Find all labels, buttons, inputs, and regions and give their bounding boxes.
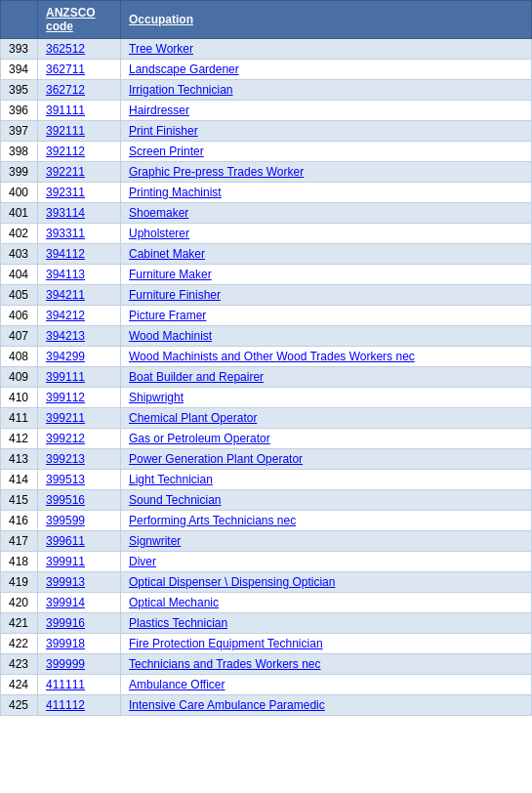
row-code[interactable]: 393311: [38, 224, 121, 244]
row-occupation[interactable]: Gas or Petroleum Operator: [121, 429, 532, 449]
row-code[interactable]: 362512: [38, 39, 121, 60]
row-occupation[interactable]: Graphic Pre-press Trades Worker: [121, 162, 532, 183]
row-code[interactable]: 399211: [38, 408, 121, 429]
row-occupation[interactable]: Ambulance Officer: [121, 675, 532, 695]
row-occupation[interactable]: Wood Machinists and Other Wood Trades Wo…: [121, 347, 532, 367]
row-occupation[interactable]: Diver: [121, 552, 532, 572]
row-occupation[interactable]: Power Generation Plant Operator: [121, 449, 532, 470]
table-row: 398392112Screen Printer: [1, 142, 532, 162]
row-code[interactable]: 394112: [38, 244, 121, 265]
row-code[interactable]: 399611: [38, 531, 121, 552]
table-header-row: ANZSCO code Occupation: [1, 1, 532, 39]
row-occupation[interactable]: Furniture Finisher: [121, 285, 532, 306]
row-occupation[interactable]: Performing Arts Technicians nec: [121, 511, 532, 531]
row-occupation[interactable]: Light Technician: [121, 470, 532, 490]
row-number: 404: [1, 265, 38, 285]
row-number: 411: [1, 408, 38, 429]
row-occupation[interactable]: Intensive Care Ambulance Paramedic: [121, 695, 532, 716]
row-code[interactable]: 392211: [38, 162, 121, 183]
table-row: 394362711Landscape Gardener: [1, 60, 532, 80]
row-code[interactable]: 394213: [38, 326, 121, 347]
row-occupation[interactable]: Print Finisher: [121, 121, 532, 142]
row-occupation[interactable]: Shipwright: [121, 388, 532, 408]
row-number: 394: [1, 60, 38, 80]
row-occupation[interactable]: Fire Protection Equipment Technician: [121, 634, 532, 654]
row-occupation[interactable]: Hairdresser: [121, 101, 532, 121]
table-row: 418399911Diver: [1, 552, 532, 572]
row-code[interactable]: 411111: [38, 675, 121, 695]
row-number: 413: [1, 449, 38, 470]
row-code[interactable]: 399911: [38, 552, 121, 572]
row-number: 424: [1, 675, 38, 695]
row-occupation[interactable]: Picture Framer: [121, 306, 532, 326]
row-code[interactable]: 399212: [38, 429, 121, 449]
row-number: 412: [1, 429, 38, 449]
row-number: 410: [1, 388, 38, 408]
table-row: 411399211Chemical Plant Operator: [1, 408, 532, 429]
row-number: 419: [1, 572, 38, 593]
row-occupation[interactable]: Boat Builder and Repairer: [121, 367, 532, 388]
row-occupation[interactable]: Shoemaker: [121, 203, 532, 224]
row-code[interactable]: 393114: [38, 203, 121, 224]
row-code[interactable]: 399112: [38, 388, 121, 408]
table-row: 409399111Boat Builder and Repairer: [1, 367, 532, 388]
row-number: 420: [1, 593, 38, 613]
header-code[interactable]: ANZSCO code: [38, 1, 121, 39]
row-code[interactable]: 362711: [38, 60, 121, 80]
row-occupation[interactable]: Printing Machinist: [121, 183, 532, 203]
row-code[interactable]: 399913: [38, 572, 121, 593]
table-row: 406394212Picture Framer: [1, 306, 532, 326]
row-number: 399: [1, 162, 38, 183]
row-number: 414: [1, 470, 38, 490]
row-occupation[interactable]: Irrigation Technician: [121, 80, 532, 101]
row-code[interactable]: 399999: [38, 654, 121, 675]
row-occupation[interactable]: Cabinet Maker: [121, 244, 532, 265]
table-row: 423399999Technicians and Trades Workers …: [1, 654, 532, 675]
row-code[interactable]: 399513: [38, 470, 121, 490]
table-row: 417399611Signwriter: [1, 531, 532, 552]
row-code[interactable]: 394113: [38, 265, 121, 285]
row-code[interactable]: 399914: [38, 593, 121, 613]
row-occupation[interactable]: Chemical Plant Operator: [121, 408, 532, 429]
table-row: 405394211Furniture Finisher: [1, 285, 532, 306]
row-code[interactable]: 394212: [38, 306, 121, 326]
row-number: 425: [1, 695, 38, 716]
row-code[interactable]: 394299: [38, 347, 121, 367]
row-code[interactable]: 399516: [38, 490, 121, 511]
table-row: 415399516Sound Technician: [1, 490, 532, 511]
row-occupation[interactable]: Upholsterer: [121, 224, 532, 244]
row-number: 406: [1, 306, 38, 326]
row-occupation[interactable]: Tree Worker: [121, 39, 532, 60]
row-occupation[interactable]: Technicians and Trades Workers nec: [121, 654, 532, 675]
row-occupation[interactable]: Optical Dispenser \ Dispensing Optician: [121, 572, 532, 593]
row-occupation[interactable]: Wood Machinist: [121, 326, 532, 347]
row-occupation[interactable]: Plastics Technician: [121, 613, 532, 634]
row-occupation[interactable]: Signwriter: [121, 531, 532, 552]
header-occupation[interactable]: Occupation: [121, 1, 532, 39]
table-row: 403394112Cabinet Maker: [1, 244, 532, 265]
row-code[interactable]: 399213: [38, 449, 121, 470]
row-occupation[interactable]: Landscape Gardener: [121, 60, 532, 80]
row-number: 417: [1, 531, 38, 552]
row-occupation[interactable]: Furniture Maker: [121, 265, 532, 285]
row-occupation[interactable]: Screen Printer: [121, 142, 532, 162]
row-number: 418: [1, 552, 38, 572]
row-number: 421: [1, 613, 38, 634]
row-code[interactable]: 399918: [38, 634, 121, 654]
row-code[interactable]: 399916: [38, 613, 121, 634]
table-row: 397392111Print Finisher: [1, 121, 532, 142]
row-code[interactable]: 399599: [38, 511, 121, 531]
table-row: 402393311Upholsterer: [1, 224, 532, 244]
row-code[interactable]: 392311: [38, 183, 121, 203]
row-occupation[interactable]: Optical Mechanic: [121, 593, 532, 613]
row-code[interactable]: 392111: [38, 121, 121, 142]
row-code[interactable]: 391111: [38, 101, 121, 121]
row-occupation[interactable]: Sound Technician: [121, 490, 532, 511]
row-code[interactable]: 399111: [38, 367, 121, 388]
table-row: 396391111Hairdresser: [1, 101, 532, 121]
table-row: 401393114Shoemaker: [1, 203, 532, 224]
row-code[interactable]: 392112: [38, 142, 121, 162]
row-code[interactable]: 394211: [38, 285, 121, 306]
row-code[interactable]: 362712: [38, 80, 121, 101]
row-code[interactable]: 411112: [38, 695, 121, 716]
